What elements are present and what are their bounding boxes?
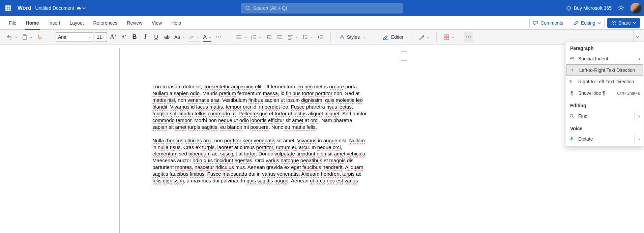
- undo-button[interactable]: ⌄: [5, 32, 19, 42]
- font-name-select[interactable]: Arial⌄: [56, 32, 93, 42]
- menu-item-show-hide[interactable]: ¶ Show/Hide ¶ Ctrl+Shift+8: [565, 87, 644, 99]
- paste-button[interactable]: ⌄: [20, 32, 34, 42]
- svg-rect-5: [23, 35, 26, 39]
- search-icon: [569, 113, 575, 119]
- svg-point-46: [570, 114, 573, 117]
- font-size-select[interactable]: 11⌄: [95, 32, 107, 42]
- tab-layout[interactable]: Layout: [65, 16, 88, 30]
- increase-indent-button[interactable]: [275, 32, 285, 42]
- ellipsis-icon: [466, 36, 471, 37]
- tab-help[interactable]: Help: [167, 16, 186, 30]
- numbering-icon: 123: [251, 34, 257, 40]
- menu-item-dictate[interactable]: Dictate ›: [565, 133, 644, 145]
- margin-handle[interactable]: [401, 51, 407, 61]
- align-button[interactable]: ⌄: [286, 32, 299, 42]
- menu-header-paragraph: Paragraph: [565, 41, 644, 53]
- tab-insert[interactable]: Insert: [43, 16, 65, 30]
- search-input[interactable]: Search (Alt + Q): [241, 3, 403, 13]
- app-launcher-button[interactable]: [3, 3, 13, 13]
- tab-home[interactable]: Home: [21, 16, 44, 30]
- tab-view[interactable]: View: [147, 16, 167, 30]
- document-body[interactable]: Lorem ipsum dolor sit, consectetur adipi…: [152, 83, 368, 184]
- ribbon-tabs: File Home Insert Layout References Revie…: [0, 16, 644, 30]
- add-ins-button[interactable]: ⌄: [442, 32, 456, 42]
- grow-font-icon: A▴: [110, 33, 116, 41]
- ribbon-overflow-menu: Paragraph Special Indent › ›¶ Left-to-Ri…: [565, 41, 644, 146]
- share-button[interactable]: Share: [607, 18, 640, 28]
- document-canvas[interactable]: Lorem ipsum dolor sit, consectetur adipi…: [0, 45, 644, 233]
- gear-icon: [618, 4, 624, 11]
- svg-point-9: [236, 36, 237, 37]
- tab-review[interactable]: Review: [122, 16, 147, 30]
- italic-button[interactable]: I: [141, 32, 150, 42]
- svg-point-2: [620, 7, 622, 9]
- styles-button[interactable]: Styles⌄: [336, 32, 369, 42]
- editing-mode-button[interactable]: Editing: [570, 18, 605, 28]
- indent-icon: [277, 34, 283, 40]
- menu-item-rtl[interactable]: ¶‹ Right-to-Left Text Direction: [565, 76, 644, 87]
- align-left-icon: [287, 34, 293, 40]
- numbering-button[interactable]: 123⌄: [250, 32, 263, 42]
- svg-rect-38: [447, 35, 449, 37]
- waffle-icon: [5, 5, 11, 11]
- shrink-font-icon: A▾: [121, 34, 126, 40]
- diamond-icon: [566, 5, 572, 11]
- rtl-icon: ¶‹: [569, 79, 575, 84]
- line-spacing-icon: [302, 34, 308, 40]
- editor-icon: [382, 34, 389, 40]
- document-page[interactable]: Lorem ipsum dolor sit, consectetur adipi…: [119, 48, 401, 233]
- find-submenu-button[interactable]: ›: [634, 111, 644, 121]
- pencil-icon: [574, 20, 579, 26]
- buy-microsoft-365-button[interactable]: Buy Microsoft 365: [566, 5, 612, 11]
- svg-line-1: [249, 9, 250, 10]
- ltr-icon: ›¶: [570, 67, 576, 73]
- chevron-down-icon: [82, 6, 86, 10]
- font-color-icon: A: [203, 34, 207, 40]
- menu-item-ltr[interactable]: ›¶ Left-to-Right Text Direction: [566, 64, 643, 76]
- microphone-icon: [569, 136, 575, 142]
- bullets-icon: [236, 34, 242, 40]
- more-font-options-button[interactable]: [214, 32, 224, 42]
- settings-button[interactable]: [618, 4, 624, 12]
- editor-button[interactable]: Editor: [380, 32, 406, 42]
- app-name: Word: [18, 5, 31, 11]
- comment-icon: [533, 20, 538, 26]
- designer-button[interactable]: ⌄: [417, 32, 431, 42]
- grid-icon: [443, 34, 449, 40]
- underline-button[interactable]: U: [151, 32, 161, 42]
- search-placeholder: Search (Alt + Q): [253, 5, 287, 11]
- font-color-button[interactable]: A⌄: [202, 32, 213, 42]
- underline-icon: U: [154, 34, 158, 40]
- tab-file[interactable]: File: [4, 16, 21, 30]
- strikethrough-button[interactable]: ab: [162, 32, 172, 42]
- menu-header-editing: Editing: [565, 99, 644, 110]
- line-spacing-button[interactable]: ⌄: [301, 32, 314, 42]
- change-case-icon: Aa: [174, 34, 180, 40]
- bullets-button[interactable]: ⌄: [235, 32, 248, 42]
- menu-header-voice: Voice: [565, 122, 644, 133]
- decrease-indent-button[interactable]: [264, 32, 274, 42]
- dictate-submenu-button[interactable]: ›: [634, 134, 644, 144]
- outdent-icon: [266, 34, 272, 40]
- grow-font-button[interactable]: A▴: [108, 32, 118, 42]
- clipboard-icon: [22, 34, 28, 40]
- bold-button[interactable]: B: [130, 32, 139, 42]
- comments-button[interactable]: Comments: [529, 18, 567, 28]
- format-painter-button[interactable]: [35, 32, 45, 42]
- save-status[interactable]: [76, 5, 86, 11]
- user-avatar[interactable]: [631, 3, 641, 13]
- ribbon-overflow-button[interactable]: [464, 32, 473, 42]
- ribbon-toolbar: ⌄ ⌄ Arial⌄ 11⌄ A▴ A▾ B I U ab Aa⌄ ⌄ A⌄ ⌄…: [0, 30, 644, 45]
- highlight-button[interactable]: ⌄: [187, 32, 200, 42]
- paragraph-marks-button[interactable]: [316, 32, 325, 42]
- svg-text:¶‹: ¶‹: [569, 80, 572, 83]
- change-case-button[interactable]: Aa⌄: [173, 32, 186, 42]
- menu-item-find[interactable]: Find ›: [565, 110, 644, 122]
- document-title[interactable]: Untitled Document: [35, 5, 74, 11]
- strikethrough-icon: ab: [164, 34, 170, 40]
- title-bar: Word Untitled Document Search (Alt + Q) …: [0, 0, 644, 16]
- shrink-font-button[interactable]: A▾: [119, 32, 128, 42]
- tab-references[interactable]: References: [89, 16, 122, 30]
- svg-rect-39: [444, 37, 446, 39]
- menu-item-special-indent[interactable]: Special Indent ›: [565, 53, 644, 64]
